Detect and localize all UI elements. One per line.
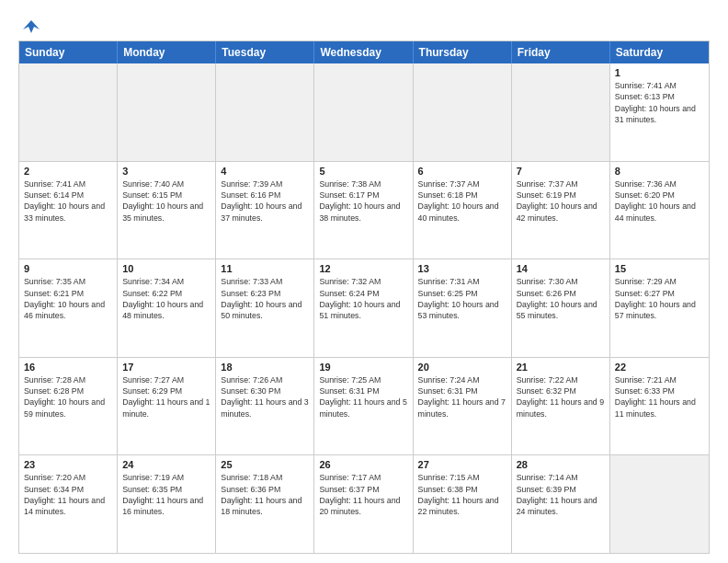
day-info: Sunrise: 7:37 AM Sunset: 6:19 PM Dayligh… [517, 179, 599, 223]
day-info: Sunrise: 7:14 AM Sunset: 6:39 PM Dayligh… [517, 473, 599, 516]
day-number: 2 [24, 166, 112, 177]
day-cell-20: 20Sunrise: 7:24 AM Sunset: 6:31 PM Dayli… [414, 358, 512, 455]
day-cell-25: 25Sunrise: 7:18 AM Sunset: 6:36 PM Dayli… [216, 455, 314, 553]
day-cell-17: 17Sunrise: 7:27 AM Sunset: 6:29 PM Dayli… [118, 358, 216, 455]
day-info: Sunrise: 7:28 AM Sunset: 6:28 PM Dayligh… [24, 375, 107, 419]
day-number: 1 [615, 67, 704, 78]
day-cell-1: 1Sunrise: 7:41 AM Sunset: 6:13 PM Daylig… [610, 63, 709, 161]
empty-cell [610, 455, 709, 553]
day-number: 25 [221, 459, 309, 470]
day-number: 27 [418, 459, 506, 470]
day-cell-7: 7Sunrise: 7:37 AM Sunset: 6:19 PM Daylig… [512, 162, 610, 259]
day-number: 11 [221, 263, 309, 274]
header-day-monday: Monday [118, 41, 216, 63]
header-day-saturday: Saturday [610, 41, 709, 63]
day-info: Sunrise: 7:26 AM Sunset: 6:30 PM Dayligh… [221, 375, 311, 419]
day-info: Sunrise: 7:40 AM Sunset: 6:15 PM Dayligh… [122, 179, 205, 223]
day-number: 17 [122, 362, 210, 373]
calendar-body: 1Sunrise: 7:41 AM Sunset: 6:13 PM Daylig… [19, 63, 709, 553]
day-number: 7 [517, 166, 605, 177]
day-cell-19: 19Sunrise: 7:25 AM Sunset: 6:31 PM Dayli… [314, 358, 413, 455]
logo [18, 20, 41, 33]
day-number: 9 [24, 263, 112, 274]
day-number: 21 [517, 362, 605, 373]
day-info: Sunrise: 7:39 AM Sunset: 6:16 PM Dayligh… [221, 179, 303, 223]
day-cell-2: 2Sunrise: 7:41 AM Sunset: 6:14 PM Daylig… [19, 162, 118, 259]
day-number: 3 [122, 166, 210, 177]
day-cell-22: 22Sunrise: 7:21 AM Sunset: 6:33 PM Dayli… [610, 358, 709, 455]
day-info: Sunrise: 7:17 AM Sunset: 6:37 PM Dayligh… [319, 473, 402, 516]
day-info: Sunrise: 7:31 AM Sunset: 6:25 PM Dayligh… [418, 277, 501, 320]
day-cell-28: 28Sunrise: 7:14 AM Sunset: 6:39 PM Dayli… [512, 455, 610, 553]
day-info: Sunrise: 7:41 AM Sunset: 6:14 PM Dayligh… [24, 179, 107, 223]
day-info: Sunrise: 7:34 AM Sunset: 6:22 PM Dayligh… [122, 277, 205, 320]
day-info: Sunrise: 7:35 AM Sunset: 6:21 PM Dayligh… [24, 277, 107, 320]
day-cell-24: 24Sunrise: 7:19 AM Sunset: 6:35 PM Dayli… [118, 455, 216, 553]
day-number: 22 [615, 362, 704, 373]
day-info: Sunrise: 7:32 AM Sunset: 6:24 PM Dayligh… [319, 277, 402, 320]
day-number: 13 [418, 263, 506, 274]
day-number: 4 [221, 166, 309, 177]
header-day-sunday: Sunday [19, 41, 118, 63]
day-info: Sunrise: 7:22 AM Sunset: 6:32 PM Dayligh… [517, 375, 607, 419]
calendar-row-3: 16Sunrise: 7:28 AM Sunset: 6:28 PM Dayli… [19, 358, 709, 456]
day-cell-9: 9Sunrise: 7:35 AM Sunset: 6:21 PM Daylig… [19, 259, 118, 357]
header-day-thursday: Thursday [414, 41, 512, 63]
day-number: 28 [517, 459, 605, 470]
day-cell-10: 10Sunrise: 7:34 AM Sunset: 6:22 PM Dayli… [118, 259, 216, 357]
day-number: 15 [615, 263, 704, 274]
day-info: Sunrise: 7:18 AM Sunset: 6:36 PM Dayligh… [221, 473, 303, 516]
day-number: 5 [319, 166, 407, 177]
day-cell-26: 26Sunrise: 7:17 AM Sunset: 6:37 PM Dayli… [314, 455, 413, 553]
header-day-wednesday: Wednesday [314, 41, 413, 63]
day-number: 19 [319, 362, 407, 373]
empty-cell [314, 63, 413, 161]
empty-cell [414, 63, 512, 161]
day-info: Sunrise: 7:30 AM Sunset: 6:26 PM Dayligh… [517, 277, 599, 320]
day-number: 20 [418, 362, 506, 373]
day-cell-11: 11Sunrise: 7:33 AM Sunset: 6:23 PM Dayli… [216, 259, 314, 357]
day-cell-5: 5Sunrise: 7:38 AM Sunset: 6:17 PM Daylig… [314, 162, 413, 259]
day-info: Sunrise: 7:33 AM Sunset: 6:23 PM Dayligh… [221, 277, 303, 320]
page: SundayMondayTuesdayWednesdayThursdayFrid… [0, 0, 728, 563]
day-cell-6: 6Sunrise: 7:37 AM Sunset: 6:18 PM Daylig… [414, 162, 512, 259]
day-number: 26 [319, 459, 407, 470]
day-info: Sunrise: 7:29 AM Sunset: 6:27 PM Dayligh… [615, 277, 698, 320]
day-info: Sunrise: 7:27 AM Sunset: 6:29 PM Dayligh… [122, 375, 212, 419]
day-info: Sunrise: 7:38 AM Sunset: 6:17 PM Dayligh… [319, 179, 402, 223]
empty-cell [118, 63, 216, 161]
calendar-row-0: 1Sunrise: 7:41 AM Sunset: 6:13 PM Daylig… [19, 63, 709, 162]
logo-bird-icon [21, 17, 41, 37]
day-cell-21: 21Sunrise: 7:22 AM Sunset: 6:32 PM Dayli… [512, 358, 610, 455]
calendar: SundayMondayTuesdayWednesdayThursdayFrid… [18, 40, 710, 554]
day-number: 12 [319, 263, 407, 274]
day-cell-16: 16Sunrise: 7:28 AM Sunset: 6:28 PM Dayli… [19, 358, 118, 455]
header [18, 17, 710, 33]
day-number: 10 [122, 263, 210, 274]
calendar-row-1: 2Sunrise: 7:41 AM Sunset: 6:14 PM Daylig… [19, 162, 709, 260]
day-cell-18: 18Sunrise: 7:26 AM Sunset: 6:30 PM Dayli… [216, 358, 314, 455]
calendar-row-4: 23Sunrise: 7:20 AM Sunset: 6:34 PM Dayli… [19, 455, 709, 553]
day-cell-4: 4Sunrise: 7:39 AM Sunset: 6:16 PM Daylig… [216, 162, 314, 259]
day-info: Sunrise: 7:25 AM Sunset: 6:31 PM Dayligh… [319, 375, 409, 419]
day-number: 8 [615, 166, 704, 177]
day-info: Sunrise: 7:15 AM Sunset: 6:38 PM Dayligh… [418, 473, 501, 516]
day-cell-8: 8Sunrise: 7:36 AM Sunset: 6:20 PM Daylig… [610, 162, 709, 259]
day-number: 14 [517, 263, 605, 274]
day-number: 16 [24, 362, 112, 373]
day-number: 18 [221, 362, 309, 373]
day-info: Sunrise: 7:36 AM Sunset: 6:20 PM Dayligh… [615, 179, 698, 223]
header-day-friday: Friday [512, 41, 610, 63]
calendar-row-2: 9Sunrise: 7:35 AM Sunset: 6:21 PM Daylig… [19, 259, 709, 358]
day-cell-14: 14Sunrise: 7:30 AM Sunset: 6:26 PM Dayli… [512, 259, 610, 357]
header-day-tuesday: Tuesday [216, 41, 314, 63]
day-cell-15: 15Sunrise: 7:29 AM Sunset: 6:27 PM Dayli… [610, 259, 709, 357]
day-info: Sunrise: 7:21 AM Sunset: 6:33 PM Dayligh… [615, 375, 698, 419]
day-cell-23: 23Sunrise: 7:20 AM Sunset: 6:34 PM Dayli… [19, 455, 118, 553]
day-number: 23 [24, 459, 112, 470]
day-info: Sunrise: 7:24 AM Sunset: 6:31 PM Dayligh… [418, 375, 508, 419]
empty-cell [216, 63, 314, 161]
empty-cell [512, 63, 610, 161]
day-cell-27: 27Sunrise: 7:15 AM Sunset: 6:38 PM Dayli… [414, 455, 512, 553]
day-info: Sunrise: 7:20 AM Sunset: 6:34 PM Dayligh… [24, 473, 107, 516]
